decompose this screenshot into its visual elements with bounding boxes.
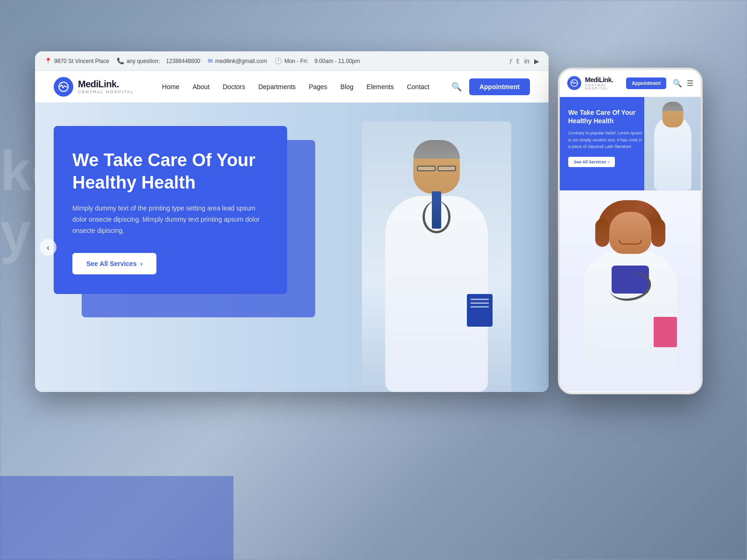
nav-departments[interactable]: Departments — [258, 83, 296, 91]
phone-icon: 📞 — [117, 57, 124, 64]
hero-title: We Take Care Of Your Healthy Health — [72, 149, 268, 194]
phone-logo-icon — [567, 76, 581, 90]
location-icon: 📍 — [44, 57, 52, 64]
phone-search-icon[interactable]: 🔍 — [673, 79, 682, 88]
appointment-button[interactable]: Appointment — [469, 78, 530, 95]
phone-item: 📞 any question: 12388448800 — [117, 57, 200, 64]
search-icon[interactable]: 🔍 — [451, 82, 462, 92]
logo-text: MediLink. CENTRAL HOSPITAL — [78, 79, 134, 94]
logo-name: MediLink. — [78, 79, 134, 90]
hero-cta-arrow: › — [141, 260, 143, 267]
hero-cta-button[interactable]: See All Services › — [72, 253, 156, 274]
logo[interactable]: MediLink. CENTRAL HOSPITAL — [54, 77, 134, 97]
phone-appointment-button[interactable]: Appointment — [626, 77, 666, 89]
phone-navbar: MediLink. CENTRAL HOSPITAL Appointment 🔍… — [560, 70, 701, 97]
phone-hero-cta-arrow: › — [608, 160, 609, 164]
phone-label: any question: — [127, 58, 160, 64]
phone-hero-cta-label: See All Services — [574, 160, 606, 164]
hero-description: Mimply dummy text of the printing type s… — [72, 203, 268, 236]
top-bar: 📍 9870 St Vincent Place 📞 any question: … — [35, 51, 549, 71]
phone-number: 12388448800 — [166, 58, 200, 64]
logo-icon — [54, 77, 73, 97]
hero-section: ‹ — [35, 103, 549, 392]
clock-icon: 🕐 — [275, 57, 282, 64]
phone-doctor-figure — [644, 97, 701, 190]
nav-contact[interactable]: Contact — [407, 83, 429, 91]
phone-menu-icon[interactable]: ☰ — [687, 79, 693, 88]
logo-sub: CENTRAL HOSPITAL — [78, 90, 134, 94]
phone-logo-text: MediLink. CENTRAL HOSPITAL — [585, 76, 622, 90]
phone-logo-sub: CENTRAL HOSPITAL — [585, 84, 622, 90]
twitter-icon[interactable]: 𝕥 — [516, 57, 520, 65]
email-item: ✉ medilink@gmail.com — [208, 57, 267, 64]
doctor-image — [362, 121, 511, 392]
youtube-icon[interactable]: ▶ — [534, 57, 539, 65]
phone-hero-title: We Take Care Of Your Healthy Health — [568, 108, 636, 125]
nav-pages[interactable]: Pages — [309, 83, 327, 91]
email-icon: ✉ — [208, 57, 213, 64]
browser-window: 📍 9870 St Vincent Place 📞 any question: … — [35, 51, 549, 392]
nav-doctors[interactable]: Doctors — [223, 83, 245, 91]
social-links: 𝑓 𝕥 in ▶ — [510, 57, 539, 65]
carousel-left-arrow[interactable]: ‹ — [40, 239, 56, 256]
hours-item: 🕐 Mon - Fri: 9.00am - 11.00pm — [275, 57, 360, 64]
facebook-icon[interactable]: 𝑓 — [510, 57, 512, 65]
phone-hero-description: Contrary to popular belief, Lorem Ipsum … — [568, 130, 643, 150]
address-text: 9870 St Vincent Place — [54, 58, 109, 64]
phone-mockup: MediLink. CENTRAL HOSPITAL Appointment 🔍… — [558, 68, 703, 394]
phone-doctor-area — [644, 97, 701, 190]
navbar: MediLink. CENTRAL HOSPITAL Home About Do… — [35, 71, 549, 103]
phone-doctor-section — [560, 191, 701, 392]
phone-female-doc-wrapper — [560, 191, 701, 392]
nav-links: Home About Doctors Departments Pages Blo… — [162, 83, 430, 91]
hours-label: Mon - Fri: — [284, 58, 308, 64]
linkedin-icon[interactable]: in — [524, 57, 529, 65]
address-item: 📍 9870 St Vincent Place — [44, 57, 109, 64]
nav-actions: 🔍 Appointment — [451, 78, 530, 95]
email-text: medilink@gmail.com — [215, 58, 267, 64]
hero-content-wrapper: We Take Care Of Your Healthy Health Mimp… — [54, 126, 287, 294]
phone-action-icons: 🔍 ☰ — [673, 79, 693, 88]
phone-hero-section: We Take Care Of Your Healthy Health Cont… — [560, 97, 701, 190]
nav-home[interactable]: Home — [162, 83, 179, 91]
hero-cta-label: See All Services — [86, 260, 137, 267]
phone-hero-cta-button[interactable]: See All Services › — [568, 157, 615, 167]
nav-blog[interactable]: Blog — [340, 83, 353, 91]
hero-box: We Take Care Of Your Healthy Health Mimp… — [54, 126, 287, 294]
bg-blue-bar — [0, 476, 233, 560]
hours-text: 9.00am - 11.00pm — [315, 58, 360, 64]
female-doctor-figure — [570, 200, 691, 387]
phone-logo-name: MediLink. — [585, 76, 622, 84]
nav-elements[interactable]: Elements — [366, 83, 394, 91]
nav-about[interactable]: About — [192, 83, 210, 91]
